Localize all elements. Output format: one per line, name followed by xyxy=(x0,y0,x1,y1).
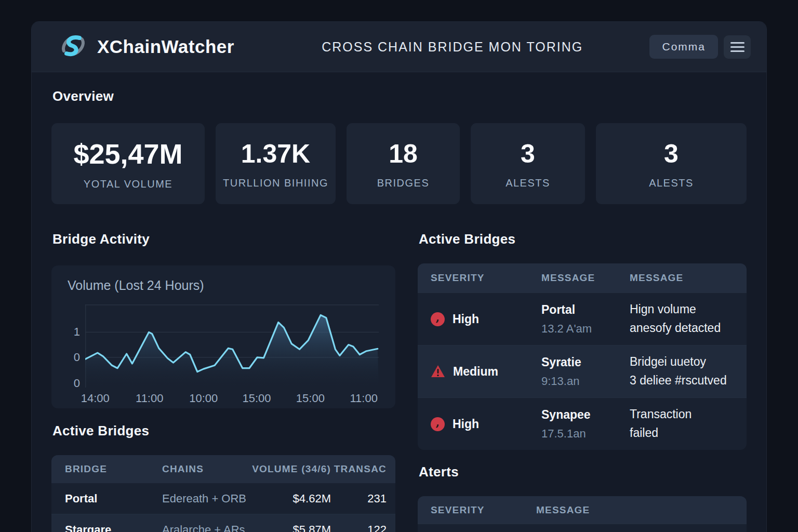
y-tick-label: 0 xyxy=(59,351,80,364)
alerts-table: SEVERITY MESSAGE , High Porail Agetiune … xyxy=(418,496,747,532)
severity-table-header: SEVERITY MESSAGE MESSAGE xyxy=(418,263,747,292)
stat-card-total-volume: $25,47M YOTAL VOLUME xyxy=(51,123,205,204)
bridge-chains: Aralarche + ARs xyxy=(149,523,247,532)
x-tick-label: 10:00 xyxy=(189,392,218,405)
volume-chart-card: Volume (Lost 24 Hours) xyxy=(51,265,395,408)
column-header: MESSAGE xyxy=(523,504,747,516)
alerts-heading: Aterts xyxy=(419,464,747,480)
stat-value: 18 xyxy=(389,139,418,169)
bridge-name: Stargare xyxy=(51,523,149,532)
alert-message: Bridgei uuetoy xyxy=(630,353,747,371)
bridge-name: Portal xyxy=(51,492,149,506)
x-tick-label: 15:00 xyxy=(242,392,271,405)
alert-message: failed xyxy=(630,424,747,443)
x-tick-label: 15:00 xyxy=(296,392,325,405)
column-header: SEVERITY xyxy=(418,504,523,516)
hamburger-icon xyxy=(730,42,744,44)
alert-time: 9:13.an xyxy=(541,375,617,388)
bridge-chains: Edereath + ORB xyxy=(149,492,247,506)
alert-time: 17.5.1an xyxy=(541,427,617,441)
alert-message: 3 deliee #rscutved xyxy=(630,371,747,390)
comma-button[interactable]: Comma xyxy=(649,35,718,59)
active-bridges-alerts-heading: Active Bridges xyxy=(419,231,747,247)
bridges-table-header: BRIDGE CHAINS VOLUME (34/6) TRANSAC xyxy=(51,455,395,483)
xchainwatcher-logo-icon xyxy=(59,31,88,62)
stat-card-bridges: 18 BRIDGES xyxy=(347,123,460,204)
column-header: VOLUME (34/6) xyxy=(247,463,331,475)
stat-value: 3 xyxy=(521,139,535,169)
alert-time: 13.2 A'am xyxy=(541,322,617,336)
stat-label: ALESTS xyxy=(506,177,550,189)
bridge-activity-heading: Bridge Activity xyxy=(52,231,395,247)
stat-value: 3 xyxy=(664,139,679,169)
hamburger-menu-button[interactable] xyxy=(724,35,751,59)
column-header: MESSAGE xyxy=(528,272,617,284)
column-header: SEVERITY xyxy=(418,272,528,284)
alert-message: Transaction xyxy=(630,405,747,424)
x-tick-label: 11:00 xyxy=(136,392,163,405)
chart-title: Volume (Lost 24 Hours) xyxy=(68,278,204,293)
severity-label: High xyxy=(453,417,479,431)
stat-card-alerts-1: 3 ALESTS xyxy=(471,123,585,204)
x-tick-label: 14:00 xyxy=(81,392,110,405)
alerts-table-header: SEVERITY MESSAGE xyxy=(418,496,747,524)
alert-row[interactable]: , High Porail Agetiune anonqly detacted xyxy=(418,524,747,532)
stat-label: YOTAL VOLUME xyxy=(84,178,172,190)
alert-row[interactable]: Medium Syratie 9:13.an Bridgei uuetoy 3 … xyxy=(418,345,747,397)
bridge-volume: $4.62M xyxy=(247,492,331,506)
alert-row[interactable]: , High Portal 13.2 A'am Hign volume anes… xyxy=(418,292,747,345)
alert-message: Hign volume xyxy=(630,300,747,319)
column-header: CHAINS xyxy=(149,463,247,475)
stat-label: TURLLION BIHIING xyxy=(223,177,328,189)
alert-bridge: Syratie xyxy=(541,355,617,369)
warning-triangle-icon xyxy=(431,365,445,378)
bridge-transactions: 231 xyxy=(331,492,395,506)
severity-label: Medium xyxy=(453,365,498,379)
alert-bridge: Synapee xyxy=(541,408,617,422)
column-header: BRIDGE xyxy=(51,463,149,475)
severity-label: High xyxy=(453,312,479,326)
alert-circle-icon: , xyxy=(431,417,445,431)
app-window: XChainWatcher CROSS CHAIN BRIDGE MON TOR… xyxy=(32,22,766,532)
alert-row[interactable]: , High Synapee 17.5.1an Transaction fail… xyxy=(418,397,747,450)
stat-card-transactions: 1.37K TURLLION BIHIING xyxy=(216,123,336,204)
stat-label: BRIDGES xyxy=(377,177,430,189)
bridge-volume: $5.87M xyxy=(247,523,331,532)
volume-chart-svg xyxy=(85,304,379,388)
column-header: TRANSAC xyxy=(331,463,395,475)
table-row[interactable]: Portal Edereath + ORB $4.62M 231 xyxy=(51,483,395,514)
stat-card-alerts-2: 3 ALESTS xyxy=(596,123,747,204)
stat-value: $25,47M xyxy=(73,138,182,170)
header-actions: Comma xyxy=(649,35,751,59)
alert-bridge: Portal xyxy=(541,303,617,317)
active-bridges-heading: Active Bridges xyxy=(52,423,395,439)
chart-area xyxy=(85,315,379,388)
alert-circle-icon: , xyxy=(431,312,445,326)
bridge-transactions: 122 xyxy=(331,523,395,532)
volume-chart: 1 0 0 xyxy=(85,304,379,388)
brand: XChainWatcher xyxy=(59,31,234,62)
column-header: MESSAGE xyxy=(617,272,747,284)
stat-value: 1.37K xyxy=(241,139,310,169)
app-header: XChainWatcher CROSS CHAIN BRIDGE MON TOR… xyxy=(32,22,766,72)
stat-label: ALESTS xyxy=(649,177,694,189)
bridges-table: BRIDGE CHAINS VOLUME (34/6) TRANSAC Port… xyxy=(51,455,395,532)
stats-row: $25,47M YOTAL VOLUME 1.37K TURLLION BIHI… xyxy=(51,123,747,204)
page-title: CROSS CHAIN BRIDGE MON TORING xyxy=(234,39,650,55)
x-tick-label: 11:00 xyxy=(350,392,377,405)
alert-message: anesofy detacted xyxy=(630,319,747,338)
severity-table: SEVERITY MESSAGE MESSAGE , High Portal 1… xyxy=(418,263,747,450)
y-tick-label: 1 xyxy=(59,325,80,339)
app-title: XChainWatcher xyxy=(97,36,234,57)
table-row[interactable]: Stargare Aralarche + ARs $5.87M 122 xyxy=(51,514,395,532)
y-tick-label: 0 xyxy=(59,377,80,390)
overview-heading: Overview xyxy=(52,88,747,104)
x-axis: 14:00 11:00 10:00 15:00 15:00 11:00 xyxy=(85,392,379,405)
